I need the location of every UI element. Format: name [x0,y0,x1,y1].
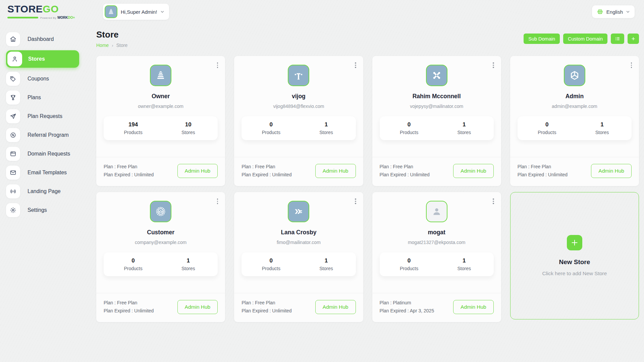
list-view-button[interactable] [611,34,624,44]
sidebar-item-referral-program[interactable]: Referral Program [6,127,79,143]
plan-name: Plan : Free Plan [241,299,291,307]
stores-label: Stores [299,130,354,135]
admin-hub-button[interactable]: Admin Hub [315,164,356,178]
admin-hub-button[interactable]: Admin Hub [177,164,218,178]
stores-label: Stores [437,266,492,271]
sidebar-item-dashboard[interactable]: Dashboard [6,32,79,47]
user-avatar [105,5,117,18]
plan-name: Plan : Free Plan [241,163,291,171]
products-label: Products [106,266,161,271]
plan-info: Plan : Free Plan Plan Expired : Unlimite… [241,163,291,179]
stores-count: 1 [161,257,216,264]
cube-icon [569,70,580,81]
plan-expired: Plan Expired : Unlimited [104,307,154,315]
plan-info: Plan : Platinum Plan Expired : Apr 3, 20… [380,299,434,315]
card-menu-button[interactable] [216,197,220,205]
double-chevron-equals-icon [293,206,304,217]
top-header: STOREGO Powered By WORKDO+ Hi,Super Admi… [0,0,644,23]
store-avatar [288,65,309,86]
products-count: 0 [520,121,575,128]
products-count: 194 [106,121,161,128]
store-email: mogat21327@ekposta.com [372,240,501,245]
breadcrumb: Home › Store [96,43,127,48]
products-label: Products [106,130,161,135]
store-card: Rahim Mcconnell vojepysy@mailinator.com … [372,56,501,186]
card-menu-button[interactable] [216,61,220,69]
store-email: vijog84894@flexvio.com [234,104,363,109]
building-icon [107,8,115,15]
store-card: Customer company@example.com 0Products 1… [96,192,225,322]
card-menu-button[interactable] [354,61,358,69]
plus-icon [571,239,578,246]
plan-name: Plan : Free Plan [380,163,430,171]
store-card: Owner owner@example.com 194Products 10St… [96,56,225,186]
sidebar-item-email-templates[interactable]: Email Templates [6,165,79,180]
plan-name: Plan : Platinum [380,299,434,307]
admin-hub-button[interactable]: Admin Hub [453,300,494,314]
language-selector[interactable]: English [592,5,635,18]
home-icon [6,32,20,46]
custom-domain-button[interactable]: Custom Domain [563,34,607,44]
logo-primary-text: STORE [7,3,43,14]
knot-x-icon [431,70,442,81]
card-menu-button[interactable] [491,61,495,69]
store-email: company@example.com [96,240,225,245]
card-menu-button[interactable] [630,61,634,69]
plan-expired: Plan Expired : Unlimited [241,307,291,315]
sub-domain-button[interactable]: Sub Domain [524,34,560,44]
breadcrumb-current: Store [116,43,127,48]
plan-info: Plan : Free Plan Plan Expired : Unlimite… [104,163,154,179]
plan-name: Plan : Free Plan [104,163,154,171]
products-label: Products [520,130,575,135]
sidebar-item-stores[interactable]: Stores [6,50,79,68]
sidebar-item-label: Settings [28,207,47,213]
admin-hub-button[interactable]: Admin Hub [453,164,494,178]
plan-expired: Plan Expired : Unlimited [104,171,154,179]
new-store-plus-button[interactable] [567,235,582,250]
sidebar-item-domain-requests[interactable]: Domain Requests [6,146,79,162]
sidebar-item-landing-page[interactable]: Landing Page [6,184,79,199]
store-card: Admin admin@example.com 0Products 1Store… [510,56,639,186]
breadcrumb-home-link[interactable]: Home [96,43,109,48]
sidebar-item-plans[interactable]: Plans [6,90,79,105]
store-stats: 194Products 10Stores [104,116,218,140]
user-menu[interactable]: Hi,Super Admin! [103,4,169,20]
card-menu-button[interactable] [354,197,358,205]
language-label: English [606,9,623,15]
new-store-title: New Store [559,258,590,266]
admin-hub-button[interactable]: Admin Hub [177,300,218,314]
stores-label: Stores [575,130,630,135]
user-icon [7,52,22,66]
admin-hub-button[interactable]: Admin Hub [591,164,632,178]
paper-plane-icon [6,109,20,123]
products-label: Products [244,266,299,271]
store-stats: 0Products 1Stores [104,252,218,276]
store-name: Admin [510,93,639,100]
sidebar-item-coupons[interactable]: Coupons [6,71,79,86]
add-store-button[interactable]: + [628,34,639,44]
sidebar-item-label: Plans [28,95,41,101]
sidebar-item-label: Domain Requests [28,151,70,157]
new-store-card[interactable]: New Store Click here to add New Store [510,192,639,319]
stores-count: 1 [299,121,354,128]
card-menu-button[interactable] [491,197,495,205]
sidebar-item-plan-requests[interactable]: Plan Requests [6,109,79,124]
globe-icon [597,8,603,15]
store-stats: 0Products 1Stores [380,252,494,276]
plan-expired: Plan Expired : Unlimited [380,171,430,179]
letter-t-icon [293,70,304,81]
logo-subline: Powered By WORKDO+ [7,16,90,19]
sidebar-item-label: Plan Requests [28,113,62,119]
storego-logo[interactable]: STOREGO Powered By WORKDO+ [7,4,90,19]
products-count: 0 [382,257,437,264]
sidebar-item-settings[interactable]: Settings [6,202,79,218]
plan-info: Plan : Free Plan Plan Expired : Unlimite… [104,299,154,315]
admin-hub-button[interactable]: Admin Hub [315,300,356,314]
crown-badge-icon [155,206,166,217]
store-stats: 0Products 1Stores [518,116,632,140]
main-content: Store Home › Store Sub Domain Custom Dom… [85,23,644,322]
powered-by-text: Powered By WORKDO+ [40,16,75,19]
plan-expired: Plan Expired : Apr 3, 2025 [380,307,434,315]
store-name: Owner [96,93,225,100]
sidebar-item-label: Dashboard [28,36,54,42]
